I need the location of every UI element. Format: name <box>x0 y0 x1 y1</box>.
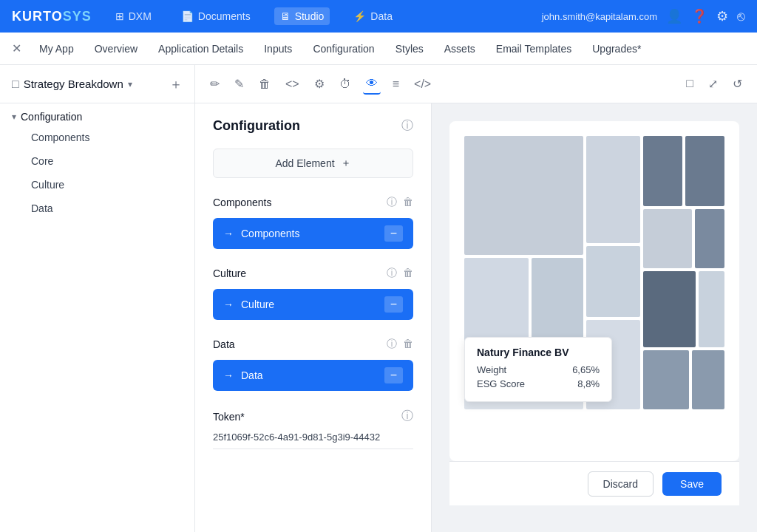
culture-delete-icon[interactable]: 🗑 <box>403 267 413 280</box>
tooltip-row-weight: Weight 6,65% <box>477 364 600 375</box>
nav-data[interactable]: ⚡ Data <box>347 7 398 25</box>
mobile-icon[interactable]: □ <box>683 74 696 94</box>
sidebar-item-core[interactable]: Core <box>0 149 194 173</box>
delete-icon[interactable]: 🗑 <box>256 75 274 94</box>
add-element-plus-icon: ＋ <box>341 157 351 170</box>
sub-nav-myapp[interactable]: My App <box>30 38 83 59</box>
element-label-culture: Culture <box>241 299 377 310</box>
settings-gear-icon[interactable]: ⚙ <box>311 74 327 94</box>
token-help-icon[interactable]: ⓘ <box>401 409 413 424</box>
sidebar-item-components[interactable]: Components <box>0 126 194 149</box>
collapse-data-button[interactable]: − <box>384 367 403 383</box>
tooltip-value-weight: 6,65% <box>572 364 600 375</box>
collapse-components-button[interactable]: − <box>384 225 403 242</box>
token-label: Token* <box>213 411 245 423</box>
bottom-bar: Discard Save <box>449 461 739 505</box>
toggle-icon: ▾ <box>12 112 16 122</box>
token-section: Token* ⓘ 25f1069f-52c6-4a91-9d81-5g3i9-4… <box>213 409 413 449</box>
tooltip-value-esg: 8,8% <box>577 378 600 389</box>
config-help-icon[interactable]: ⓘ <box>401 118 413 134</box>
preview-icon[interactable]: 👁 <box>363 74 381 95</box>
edit-icon[interactable]: ✏ <box>207 74 223 94</box>
section-header-culture: Culture ⓘ 🗑 <box>213 267 413 280</box>
full-toolbar: ✏ ✎ 🗑 <> ⚙ ⏱ 👁 ≡ </> □ ⤢ ↺ <box>195 65 757 103</box>
sub-nav-email-templates[interactable]: Email Templates <box>487 38 580 59</box>
culture-help-icon[interactable]: ⓘ <box>387 267 397 280</box>
section-label-data: Data <box>213 338 235 350</box>
data-delete-icon[interactable]: 🗑 <box>403 338 413 351</box>
save-button[interactable]: Save <box>662 472 722 496</box>
nav-documents[interactable]: 📄 Documents <box>175 7 257 25</box>
section-label-culture: Culture <box>213 267 246 279</box>
section-action-icons-data: ⓘ 🗑 <box>387 338 413 351</box>
sub-nav-assets[interactable]: Assets <box>435 38 484 59</box>
documents-icon: 📄 <box>181 10 194 22</box>
config-section-components: Components ⓘ 🗑 → Components − <box>213 196 413 249</box>
section-help-icon[interactable]: ⓘ <box>387 196 397 209</box>
config-panel: Configuration ⓘ Add Element ＋ Components… <box>195 103 432 532</box>
sub-nav-app-details[interactable]: Application Details <box>149 38 252 59</box>
culture-element-button[interactable]: → Culture − <box>213 289 413 320</box>
add-page-icon[interactable]: ＋ <box>169 75 183 93</box>
config-title: Configuration <box>213 118 300 134</box>
add-element-label: Add Element <box>275 157 334 169</box>
section-label-components: Components <box>213 197 271 208</box>
help-icon[interactable]: ❓ <box>691 8 707 24</box>
close-icon[interactable]: ✕ <box>12 41 21 55</box>
discard-button[interactable]: Discard <box>588 471 654 497</box>
sidebar-item-culture[interactable]: Culture <box>0 173 194 197</box>
data-icon: ⚡ <box>353 10 366 22</box>
sub-nav-overview[interactable]: Overview <box>86 38 146 59</box>
page-icon: □ <box>12 78 19 91</box>
collapse-culture-button[interactable]: − <box>384 296 403 313</box>
sub-nav-configuration[interactable]: Configuration <box>304 38 383 59</box>
user-email: john.smith@kapitalam.com <box>542 11 657 22</box>
layout-icon[interactable]: ≡ <box>390 75 402 94</box>
main-layout: □ Strategy Breakdown ▾ ＋ ▾ Configuration… <box>0 65 757 532</box>
sidebar-item-data[interactable]: Data <box>0 197 194 220</box>
two-col-layout: Configuration ⓘ Add Element ＋ Components… <box>195 103 757 532</box>
settings-icon[interactable]: ⚙ <box>716 8 728 24</box>
refresh-icon[interactable]: ↺ <box>730 74 745 94</box>
config-section-culture: Culture ⓘ 🗑 → Culture − <box>213 267 413 320</box>
add-element-button[interactable]: Add Element ＋ <box>213 149 413 178</box>
sub-navigation: ✕ My App Overview Application Details In… <box>0 33 757 65</box>
code-icon[interactable]: <> <box>282 75 302 94</box>
tooltip-label-weight: Weight <box>477 364 506 375</box>
fullscreen-icon[interactable]: ⤢ <box>705 74 721 94</box>
nav-right: john.smith@kapitalam.com 👤 ❓ ⚙ ⎋ <box>542 8 745 24</box>
page-title: Strategy Breakdown <box>24 78 123 90</box>
tooltip-label-esg: ESG Score <box>477 378 525 389</box>
sub-nav-inputs[interactable]: Inputs <box>255 38 301 59</box>
components-element-button[interactable]: → Components − <box>213 218 413 249</box>
page-title-row: □ Strategy Breakdown ▾ <box>12 78 163 91</box>
sidebar-section-configuration[interactable]: ▾ Configuration <box>0 103 194 126</box>
nav-studio[interactable]: 🖥 Studio <box>274 7 330 25</box>
history-icon[interactable]: ⏱ <box>336 75 354 94</box>
dxm-icon: ⊞ <box>115 10 124 22</box>
nav-dxm[interactable]: ⊞ DXM <box>109 7 157 25</box>
data-help-icon[interactable]: ⓘ <box>387 338 397 351</box>
sub-nav-styles[interactable]: Styles <box>387 38 432 59</box>
sidebar: □ Strategy Breakdown ▾ ＋ ▾ Configuration… <box>0 65 195 532</box>
tooltip-title: Natury Finance BV <box>477 347 600 358</box>
content-area: ✏ ✎ 🗑 <> ⚙ ⏱ 👁 ≡ </> □ ⤢ ↺ Configuration… <box>195 65 757 532</box>
token-header: Token* ⓘ <box>213 409 413 424</box>
user-icon[interactable]: 👤 <box>666 8 682 24</box>
embed-icon[interactable]: </> <box>411 75 434 94</box>
config-header: Configuration ⓘ <box>213 118 413 134</box>
sub-nav-upgrades[interactable]: Upgrades* <box>583 38 650 59</box>
section-label: Configuration <box>21 111 82 123</box>
element-label-components: Components <box>241 228 377 239</box>
preview-card: Natury Finance BV Weight 6,65% ESG Score… <box>449 121 739 461</box>
treemap-tooltip: Natury Finance BV Weight 6,65% ESG Score… <box>464 337 612 402</box>
studio-icon: 🖥 <box>280 10 291 22</box>
sidebar-header: □ Strategy Breakdown ▾ ＋ <box>0 65 194 103</box>
config-section-data: Data ⓘ 🗑 → Data − <box>213 338 413 391</box>
section-delete-icon[interactable]: 🗑 <box>403 196 413 209</box>
data-element-button[interactable]: → Data − <box>213 360 413 391</box>
logout-icon[interactable]: ⎋ <box>737 9 745 24</box>
edit-alt-icon[interactable]: ✎ <box>231 74 247 94</box>
arrow-right-icon-culture: → <box>223 299 234 310</box>
section-header-components: Components ⓘ 🗑 <box>213 196 413 209</box>
